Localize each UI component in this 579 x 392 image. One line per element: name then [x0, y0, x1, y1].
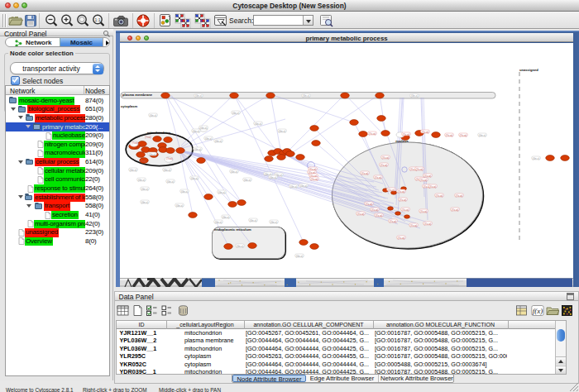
svg-text:(Gn-x): (Gn-x) — [194, 148, 202, 151]
svg-text:(Gn-x): (Gn-x) — [176, 204, 184, 208]
svg-text:(Gn-x): (Gn-x) — [270, 221, 278, 224]
svg-text:(Yx-w): (Yx-w) — [422, 131, 429, 134]
svg-text:(Gn-x): (Gn-x) — [270, 176, 277, 179]
svg-text:(Gn-x): (Gn-x) — [141, 201, 149, 204]
svg-text:(Gn-x): (Gn-x) — [215, 140, 223, 143]
svg-text:(Gn-x): (Gn-x) — [181, 190, 189, 194]
svg-text:(Yx-w): (Yx-w) — [376, 214, 383, 218]
svg-text:(Gn-x): (Gn-x) — [237, 245, 244, 248]
svg-text:(Yx-w): (Yx-w) — [446, 134, 453, 137]
svg-text:(Yx-w): (Yx-w) — [382, 156, 390, 160]
svg-text:(Gn-x): (Gn-x) — [193, 130, 200, 133]
svg-text:(Gn-x): (Gn-x) — [167, 180, 175, 184]
svg-text:(Yx-w): (Yx-w) — [403, 133, 410, 136]
svg-text:(Yx-w): (Yx-w) — [410, 224, 418, 227]
svg-text:(Yx-w): (Yx-w) — [366, 203, 373, 206]
svg-text:unassigned: unassigned — [519, 68, 538, 72]
svg-text:(Gn-x): (Gn-x) — [250, 219, 257, 222]
svg-text:(Yx-w): (Yx-w) — [460, 134, 467, 137]
svg-text:(Yx-w): (Yx-w) — [402, 208, 409, 212]
svg-text:(Gn-x): (Gn-x) — [223, 216, 230, 219]
svg-text:(Gn-x): (Gn-x) — [141, 188, 149, 191]
svg-text:(Yx-w): (Yx-w) — [456, 194, 463, 198]
svg-text:(Yx-w): (Yx-w) — [357, 213, 365, 216]
svg-text:(Gn-x): (Gn-x) — [205, 137, 213, 141]
svg-text:(Yx-w): (Yx-w) — [371, 208, 379, 212]
svg-text:(Yxw): (Yxw) — [145, 136, 151, 139]
svg-text:(Gn-x): (Gn-x) — [200, 127, 208, 130]
svg-text:(Gn-x): (Gn-x) — [149, 153, 156, 156]
svg-text:(Yx-w): (Yx-w) — [424, 174, 432, 178]
svg-text:(Yx-w): (Yx-w) — [452, 208, 459, 212]
svg-text:(Gn-x): (Gn-x) — [303, 94, 310, 98]
svg-text:f(x): f(x) — [533, 307, 543, 315]
svg-text:(Gn-x): (Gn-x) — [150, 114, 157, 117]
svg-text:(Yxw): (Yxw) — [132, 141, 138, 145]
svg-text:(Yx-w): (Yx-w) — [436, 194, 443, 198]
svg-text:(Gn-x): (Gn-x) — [215, 221, 223, 224]
svg-text:nucleus: nucleus — [395, 139, 409, 143]
svg-text:(Yx-w): (Yx-w) — [400, 198, 407, 202]
svg-text:(Gn-x): (Gn-x) — [218, 191, 226, 194]
svg-text:(Gn-x): (Gn-x) — [231, 170, 238, 174]
svg-text:endoplasmic reticulum: endoplasmic reticulum — [214, 227, 251, 232]
svg-text:(Gn-x): (Gn-x) — [195, 94, 203, 98]
svg-text:(Gn-x): (Gn-x) — [164, 169, 171, 172]
svg-text:(Gn-x): (Gn-x) — [130, 169, 137, 172]
svg-text:(Yx-w): (Yx-w) — [375, 176, 382, 179]
svg-text:(Yxw): (Yxw) — [140, 160, 146, 163]
svg-text:(Yx-w): (Yx-w) — [369, 132, 376, 136]
svg-text:(Yx-w): (Yx-w) — [388, 189, 395, 192]
svg-text:mitochondrion: mitochondrion — [147, 131, 171, 135]
svg-text:(Yx-w): (Yx-w) — [424, 222, 432, 226]
svg-text:(Yx-w): (Yx-w) — [420, 179, 428, 182]
svg-text:(Gn-x): (Gn-x) — [138, 179, 146, 182]
svg-text:(Gn-x): (Gn-x) — [479, 134, 486, 137]
svg-text:(Yx-w): (Yx-w) — [429, 185, 437, 189]
svg-text:(Gn-x): (Gn-x) — [191, 177, 199, 180]
svg-text:(Yx-w): (Yx-w) — [390, 220, 397, 223]
svg-text:(Yx-w): (Yx-w) — [361, 172, 369, 175]
svg-text:(Gn-x): (Gn-x) — [533, 157, 540, 160]
svg-text:(Yx-w): (Yx-w) — [398, 237, 405, 240]
svg-text:(Gn-x): (Gn-x) — [279, 130, 286, 133]
svg-text:(Gn-x): (Gn-x) — [296, 255, 304, 258]
svg-text:(Yx-w): (Yx-w) — [380, 164, 388, 167]
svg-text:(Gn-x): (Gn-x) — [290, 185, 298, 189]
svg-text:(Yxw): (Yxw) — [166, 157, 173, 160]
svg-text:(Yx-w): (Yx-w) — [398, 190, 405, 194]
svg-text:(Yx-w): (Yx-w) — [420, 210, 428, 213]
svg-text:plasma membrane: plasma membrane — [122, 93, 153, 97]
svg-text:(Yx-w): (Yx-w) — [416, 168, 423, 171]
svg-text:(Gn-x): (Gn-x) — [232, 112, 240, 115]
svg-text:(Gn-x): (Gn-x) — [255, 122, 262, 126]
svg-text:(Gn-x): (Gn-x) — [300, 184, 308, 188]
svg-text:1:1: 1:1 — [95, 17, 101, 22]
svg-text:(Yx-w): (Yx-w) — [311, 178, 318, 181]
svg-text:(Gn-x): (Gn-x) — [244, 179, 251, 182]
svg-text:(Gn-x): (Gn-x) — [411, 94, 419, 98]
svg-text:cytoplasm: cytoplasm — [121, 104, 138, 108]
